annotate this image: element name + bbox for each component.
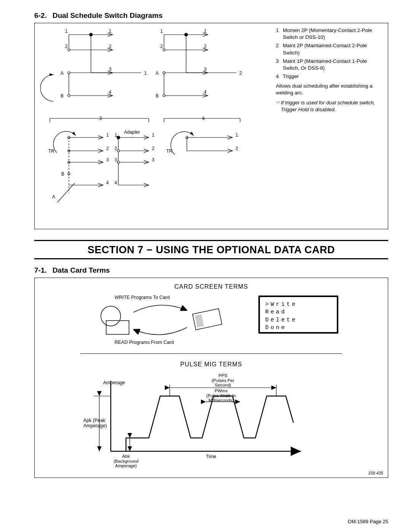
diagram-legend: 1Momen 2P (Momentary-Contact 2-Pole Swit…: [276, 27, 382, 115]
svg-text:3: 3: [115, 157, 117, 163]
svg-text:1: 1: [65, 29, 68, 34]
svg-text:2: 2: [106, 146, 109, 151]
screen-line: Done: [265, 324, 331, 332]
svg-text:A: A: [52, 194, 55, 200]
svg-text:B: B: [61, 171, 64, 177]
svg-point-29: [163, 94, 165, 97]
svg-point-84: [101, 306, 121, 326]
svg-text:4: 4: [109, 89, 112, 95]
screen-line: Read: [265, 308, 331, 316]
apk-label: Apk (Peak Amperage): [83, 418, 114, 429]
amperage-label: Amperage: [103, 380, 125, 385]
svg-text:1: 1: [236, 133, 238, 138]
card-screen-heading: CARD SCREEN TERMS: [174, 283, 248, 290]
svg-point-60: [117, 150, 119, 152]
schematic-diagram: 11 22 A3 B4 1: [35, 23, 271, 229]
svg-text:B: B: [156, 93, 159, 99]
svg-point-59: [117, 136, 120, 139]
svg-text:2: 2: [65, 44, 68, 49]
svg-point-28: [163, 72, 165, 74]
figure-number: 158 435: [368, 471, 383, 475]
svg-text:3: 3: [204, 67, 207, 72]
svg-rect-85: [106, 321, 129, 334]
svg-text:1: 1: [115, 133, 117, 138]
rule: [34, 240, 388, 241]
svg-text:Adapter: Adapter: [124, 129, 140, 135]
divider: [80, 353, 342, 354]
write-label: WRITE Programs To Card: [115, 295, 170, 300]
pulse-heading: PULSE MIG TERMS: [180, 361, 242, 368]
svg-point-7: [68, 72, 70, 74]
svg-text:2: 2: [236, 146, 238, 151]
subsection-num: 6-2.: [34, 11, 53, 20]
svg-text:4: 4: [115, 180, 117, 185]
legend-note: If trigger is used for dual schedule swi…: [281, 99, 382, 113]
legend-allows: Allows dual scheduling after establishin…: [276, 83, 382, 96]
svg-point-8: [68, 94, 70, 97]
card-illustration: [96, 293, 225, 347]
svg-text:1: 1: [144, 70, 147, 76]
svg-text:1: 1: [204, 29, 207, 34]
svg-text:3: 3: [109, 67, 112, 72]
svg-text:4: 4: [106, 180, 109, 185]
screen-line: >Write: [265, 301, 331, 308]
rule: [34, 258, 388, 259]
svg-text:2: 2: [109, 44, 112, 49]
svg-text:TR: TR: [166, 149, 172, 154]
svg-text:2: 2: [204, 44, 207, 49]
data-card-box: CARD SCREEN TERMS WRITE Programs To Card…: [34, 278, 388, 478]
svg-point-6: [68, 49, 70, 51]
subsection-title: Data Card Terms: [53, 266, 110, 274]
card-screen: >Write Read Delete Done: [258, 296, 338, 334]
page-footer: OM-1589 Page 25: [348, 519, 388, 524]
svg-point-61: [117, 161, 119, 163]
time-label: Time: [206, 454, 216, 459]
read-label: READ Programs From Card: [115, 340, 174, 345]
svg-text:3: 3: [152, 157, 155, 163]
svg-text:2: 2: [239, 70, 242, 76]
svg-text:1: 1: [160, 29, 163, 34]
switch-diagram-box: 1Momen 2P (Momentary-Contact 2-Pole Swit…: [34, 23, 388, 229]
subsection-num: 7-1.: [34, 266, 53, 275]
svg-text:TR: TR: [48, 149, 54, 154]
svg-text:2: 2: [152, 146, 155, 151]
subsection-6-2: 6-2.Dual Schedule Switch Diagrams: [34, 11, 388, 20]
svg-text:2: 2: [115, 146, 117, 151]
screen-line: Delete: [265, 316, 331, 324]
note-icon: ☞: [276, 99, 281, 113]
svg-text:4: 4: [204, 89, 207, 95]
svg-text:3: 3: [106, 157, 109, 163]
svg-text:1: 1: [152, 133, 155, 138]
svg-text:1: 1: [106, 133, 109, 138]
svg-text:2: 2: [160, 44, 163, 49]
subsection-title: Dual Schedule Switch Diagrams: [53, 11, 162, 19]
svg-text:B: B: [61, 93, 64, 99]
pwms-label: PWms(Pulse Width InMilliseconds): [198, 388, 244, 403]
subsection-7-1: 7-1.Data Card Terms: [34, 266, 388, 275]
svg-line-53: [57, 183, 75, 202]
svg-text:1: 1: [109, 29, 112, 34]
svg-text:A: A: [61, 70, 64, 76]
svg-text:A: A: [156, 70, 159, 76]
svg-point-27: [163, 49, 165, 51]
pps-label: PPS(Pulses PerSecond): [206, 373, 240, 388]
section-7-title: SECTION 7 − USING THE OPTIONAL DATA CARD: [34, 244, 388, 256]
abk-label: Abk(BackgroundAmperage): [107, 454, 145, 468]
